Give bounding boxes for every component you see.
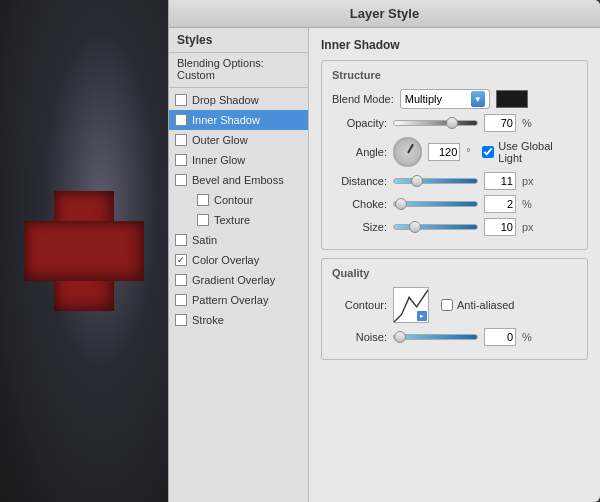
angle-input[interactable] [428, 143, 460, 161]
sidebar-item-satin[interactable]: Satin [169, 230, 308, 250]
inner-shadow-section-title: Inner Shadow [321, 38, 588, 52]
noise-slider-container [393, 334, 478, 340]
distance-slider-container [393, 178, 478, 184]
contour-preview[interactable]: ▸ [393, 287, 429, 323]
distance-slider-track[interactable] [393, 178, 478, 184]
pattern-overlay-checkbox[interactable] [175, 294, 187, 306]
noise-slider-track[interactable] [393, 334, 478, 340]
choke-unit: % [522, 198, 532, 210]
anti-aliased-text: Anti-aliased [457, 299, 514, 311]
satin-label: Satin [192, 234, 217, 246]
blend-mode-row: Blend Mode: Multiply ▼ [332, 89, 577, 109]
use-global-light-checkbox[interactable] [482, 146, 494, 158]
dialog-title: Layer Style [350, 6, 419, 21]
noise-slider-thumb[interactable] [394, 331, 406, 343]
blend-mode-value: Multiply [405, 93, 467, 105]
separator [169, 87, 308, 88]
color-overlay-checkbox[interactable]: ✓ [175, 254, 187, 266]
canvas-area [0, 0, 168, 502]
size-row: Size: px [332, 218, 577, 236]
choke-slider-thumb[interactable] [395, 198, 407, 210]
color-overlay-label: Color Overlay [192, 254, 259, 266]
angle-unit: ° [466, 146, 476, 158]
distance-unit: px [522, 175, 534, 187]
choke-slider-track[interactable] [393, 201, 478, 207]
structure-title: Structure [332, 69, 577, 83]
layer-style-dialog: Layer Style Styles Blending Options: Cus… [168, 0, 600, 502]
sidebar-item-pattern-overlay[interactable]: Pattern Overlay [169, 290, 308, 310]
choke-slider-container [393, 201, 478, 207]
distance-slider-thumb[interactable] [411, 175, 423, 187]
sidebar-item-inner-glow[interactable]: Inner Glow [169, 150, 308, 170]
sidebar-item-texture[interactable]: Texture [169, 210, 308, 230]
inner-glow-checkbox[interactable] [175, 154, 187, 166]
angle-dial[interactable] [393, 137, 422, 167]
inner-glow-label: Inner Glow [192, 154, 245, 166]
choke-row: Choke: % [332, 195, 577, 213]
pattern-overlay-label: Pattern Overlay [192, 294, 268, 306]
bevel-emboss-label: Bevel and Emboss [192, 174, 284, 186]
inner-shadow-checkbox[interactable] [175, 114, 187, 126]
noise-row: Noise: % [332, 328, 577, 346]
distance-input[interactable] [484, 172, 516, 190]
sidebar-item-bevel-emboss[interactable]: Bevel and Emboss [169, 170, 308, 190]
distance-row: Distance: px [332, 172, 577, 190]
quality-title: Quality [332, 267, 577, 281]
styles-panel: Styles Blending Options: Custom Drop Sha… [169, 28, 309, 502]
opacity-slider-track[interactable] [393, 120, 478, 126]
stroke-checkbox[interactable] [175, 314, 187, 326]
contour-edit-icon: ▸ [417, 311, 427, 321]
noise-input[interactable] [484, 328, 516, 346]
dropdown-arrow-icon: ▼ [471, 91, 485, 107]
choke-input[interactable] [484, 195, 516, 213]
sidebar-item-outer-glow[interactable]: Outer Glow [169, 130, 308, 150]
noise-label: Noise: [332, 331, 387, 343]
outer-glow-label: Outer Glow [192, 134, 248, 146]
drop-shadow-label: Drop Shadow [192, 94, 259, 106]
choke-label: Choke: [332, 198, 387, 210]
sidebar-item-color-overlay[interactable]: ✓ Color Overlay [169, 250, 308, 270]
dialog-titlebar: Layer Style [169, 0, 600, 28]
outer-glow-checkbox[interactable] [175, 134, 187, 146]
texture-checkbox[interactable] [197, 214, 209, 226]
sidebar-item-gradient-overlay[interactable]: Gradient Overlay [169, 270, 308, 290]
blend-mode-dropdown[interactable]: Multiply ▼ [400, 89, 490, 109]
size-slider-container [393, 224, 478, 230]
satin-checkbox[interactable] [175, 234, 187, 246]
opacity-unit: % [522, 117, 532, 129]
gradient-overlay-label: Gradient Overlay [192, 274, 275, 286]
size-slider-track[interactable] [393, 224, 478, 230]
angle-label: Angle: [332, 146, 387, 158]
noise-unit: % [522, 331, 532, 343]
drop-shadow-checkbox[interactable] [175, 94, 187, 106]
blend-mode-label: Blend Mode: [332, 93, 394, 105]
blend-mode-color-swatch[interactable] [496, 90, 528, 108]
contour-row: Contour: ▸ Anti-aliased [332, 287, 577, 323]
opacity-slider-thumb[interactable] [446, 117, 458, 129]
inner-shadow-title: Inner Shadow [321, 38, 400, 52]
sidebar-item-blending-options[interactable]: Blending Options: Custom [169, 53, 308, 85]
use-global-light-text: Use Global Light [498, 140, 577, 164]
sidebar-item-drop-shadow[interactable]: Drop Shadow [169, 90, 308, 110]
size-input[interactable] [484, 218, 516, 236]
quality-section: Quality Contour: ▸ [321, 258, 588, 360]
gradient-overlay-checkbox[interactable] [175, 274, 187, 286]
anti-aliased-checkbox[interactable] [441, 299, 453, 311]
size-label: Size: [332, 221, 387, 233]
sidebar-item-inner-shadow[interactable]: Inner Shadow [169, 110, 308, 130]
size-unit: px [522, 221, 534, 233]
sidebar-item-contour[interactable]: Contour [169, 190, 308, 210]
right-panel: Inner Shadow Structure Blend Mode: Multi… [309, 28, 600, 502]
bevel-emboss-checkbox[interactable] [175, 174, 187, 186]
contour-checkbox[interactable] [197, 194, 209, 206]
inner-shadow-label: Inner Shadow [192, 114, 260, 126]
sidebar-item-stroke[interactable]: Stroke [169, 310, 308, 330]
contour-label: Contour [214, 194, 253, 206]
dialog-body: Styles Blending Options: Custom Drop Sha… [169, 28, 600, 502]
blending-options-label: Blending Options: Custom [177, 57, 300, 81]
size-slider-thumb[interactable] [409, 221, 421, 233]
opacity-input[interactable]: 70 [484, 114, 516, 132]
opacity-slider-container [393, 120, 478, 126]
use-global-light-label[interactable]: Use Global Light [482, 140, 577, 164]
anti-aliased-label[interactable]: Anti-aliased [441, 299, 514, 311]
